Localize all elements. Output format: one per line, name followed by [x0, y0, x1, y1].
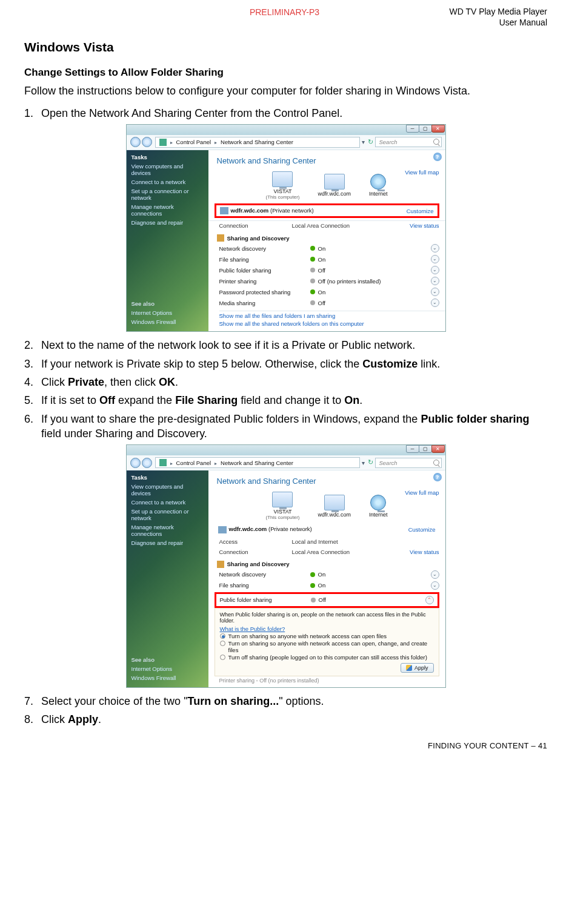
step-5: 5.If it is set to Off expand the File Sh… [24, 393, 547, 408]
preliminary-stamp: PRELIMINARY-P3 [250, 7, 319, 17]
info-value: Local Area Connection [292, 222, 410, 229]
close-button[interactable]: ✕ [431, 125, 445, 133]
refresh-button[interactable]: ↻ [367, 458, 375, 467]
search-icon [433, 460, 439, 466]
breadcrumb-item[interactable]: Control Panel [176, 139, 211, 145]
task-link[interactable]: Connect to a network [131, 499, 204, 506]
breadcrumb[interactable]: Control Panel Network and Sharing Center [155, 137, 360, 148]
map-node-internet: Internet [369, 495, 388, 518]
info-key: Connection [219, 222, 292, 229]
help-icon[interactable]: ? [433, 153, 442, 161]
breadcrumb[interactable]: Control Panel Network and Sharing Center [155, 457, 360, 468]
main-heading: Network and Sharing Center [217, 156, 445, 165]
sharing-discovery-header: Sharing and Discovery [217, 561, 439, 568]
info-value: Local and Internet [292, 538, 439, 545]
shield-icon [406, 665, 412, 671]
steps-list-cont: 2.Next to the name of the network look t… [24, 338, 547, 441]
address-bar: Control Panel Network and Sharing Center… [127, 135, 445, 150]
maximize-button[interactable]: ▢ [419, 125, 432, 133]
what-is-public-link[interactable]: What is the Public folder? [220, 625, 434, 632]
refresh-button[interactable]: ↻ [367, 138, 375, 147]
search-input[interactable]: Search [375, 458, 442, 468]
see-also-link[interactable]: Windows Firewall [131, 318, 204, 325]
tasks-header: Tasks [131, 474, 204, 481]
expand-button[interactable]: ⌄ [431, 277, 439, 285]
pfs-info-text: When Public folder sharing is on, people… [220, 612, 434, 624]
breadcrumb-item[interactable]: Control Panel [176, 460, 211, 466]
task-link[interactable]: Diagnose and repair [131, 540, 204, 546]
shared-files-link[interactable]: Show me all the files and folders I am s… [219, 311, 445, 320]
radio-turn-on-change[interactable]: Turn on sharing so anyone with network a… [220, 640, 434, 653]
forward-button[interactable] [142, 137, 152, 147]
radio-turn-on-open[interactable]: Turn on sharing so anyone with network a… [220, 633, 434, 639]
network-name: wdfr.wdc.com [231, 207, 269, 214]
expand-button[interactable]: ⌄ [431, 299, 439, 307]
task-link[interactable]: View computers and devices [131, 483, 204, 497]
expand-button[interactable]: ⌄ [431, 255, 439, 263]
task-link[interactable]: Manage network connections [131, 203, 204, 217]
doc-title: WD TV Play Media Player User Manual [449, 6, 547, 28]
maximize-button[interactable]: ▢ [419, 445, 432, 453]
expand-button[interactable]: ⌄ [431, 266, 439, 274]
search-placeholder: Search [379, 139, 398, 145]
see-also-link[interactable]: Windows Firewall [131, 675, 204, 681]
page-header: PRELIMINARY-P3 WD TV Play Media Player U… [24, 6, 547, 28]
network-name: wdfr.wdc.com [229, 526, 267, 532]
network-icon [159, 139, 167, 146]
network-type: (Private network) [270, 207, 314, 214]
step-3: 3.If your network is Private skip to ste… [24, 357, 547, 371]
close-button[interactable]: ✕ [431, 445, 445, 453]
network-icon [159, 459, 167, 466]
tasks-sidebar: Tasks View computers and devices Connect… [127, 150, 208, 331]
back-button[interactable] [130, 458, 141, 468]
view-full-map-link[interactable]: View full map [405, 169, 439, 176]
radio-turn-off[interactable]: Turn off sharing (people logged on to th… [220, 654, 434, 661]
task-link[interactable]: Set up a connection or network [131, 508, 204, 521]
expand-button[interactable]: ⌄ [431, 244, 439, 252]
task-link[interactable]: Manage network connections [131, 524, 204, 537]
expand-button[interactable]: ⌄ [431, 570, 439, 579]
public-folder-options: When Public folder sharing is on, people… [215, 608, 439, 676]
see-also-link[interactable]: Internet Options [131, 665, 204, 672]
intro-paragraph: Follow the instructions below to configu… [24, 84, 547, 98]
info-key: Access [219, 538, 292, 545]
cutoff-row: Printer sharing ◦ Off (no printers insta… [219, 678, 439, 684]
view-status-link[interactable]: View status [410, 222, 439, 229]
customize-link[interactable]: Customize [408, 526, 436, 533]
breadcrumb-item[interactable]: Network and Sharing Center [221, 460, 293, 466]
view-full-map-link[interactable]: View full map [405, 489, 439, 496]
view-status-link[interactable]: View status [410, 549, 439, 555]
task-link[interactable]: Connect to a network [131, 179, 204, 185]
apply-button[interactable]: Apply [401, 663, 434, 673]
expand-button[interactable]: ⌄ [431, 581, 439, 590]
forward-button[interactable] [142, 458, 152, 468]
help-icon[interactable]: ? [433, 473, 442, 481]
subsection-heading: Change Settings to Allow Folder Sharing [24, 67, 547, 79]
search-icon [433, 139, 439, 145]
shared-folders-link[interactable]: Show me all the shared network folders o… [219, 320, 445, 328]
collapse-button[interactable]: ⌃ [425, 596, 434, 604]
task-link[interactable]: Set up a connection or network [131, 188, 204, 201]
minimize-button[interactable]: ─ [406, 125, 419, 133]
step-2-text: Next to the name of the network look to … [41, 339, 415, 351]
see-also-link[interactable]: Internet Options [131, 309, 204, 316]
main-pane: ? Network and Sharing Center View full m… [208, 150, 445, 331]
highlighted-network-row: wdfr.wdc.com (Private network) Customize [215, 203, 439, 218]
search-placeholder: Search [379, 460, 398, 466]
back-button[interactable] [130, 137, 141, 147]
search-input[interactable]: Search [375, 137, 442, 147]
section-heading: Windows Vista [24, 40, 547, 54]
expand-button[interactable]: ⌄ [431, 288, 439, 296]
main-heading: Network and Sharing Center [217, 477, 445, 486]
breadcrumb-item[interactable]: Network and Sharing Center [221, 139, 293, 145]
see-also-header: See also [131, 656, 204, 663]
highlighted-public-folder: Public folder sharingOff⌃ [215, 592, 439, 608]
step-1-text: Open the Network And Sharing Center from… [41, 107, 342, 119]
tasks-header: Tasks [131, 154, 204, 160]
step-6: 6.If you want to share the pre-designate… [24, 412, 547, 441]
customize-link[interactable]: Customize [407, 208, 434, 214]
task-link[interactable]: Diagnose and repair [131, 219, 204, 226]
map-node-computer: VISTAT(This computer) [265, 492, 299, 520]
task-link[interactable]: View computers and devices [131, 163, 204, 176]
minimize-button[interactable]: ─ [406, 445, 419, 453]
